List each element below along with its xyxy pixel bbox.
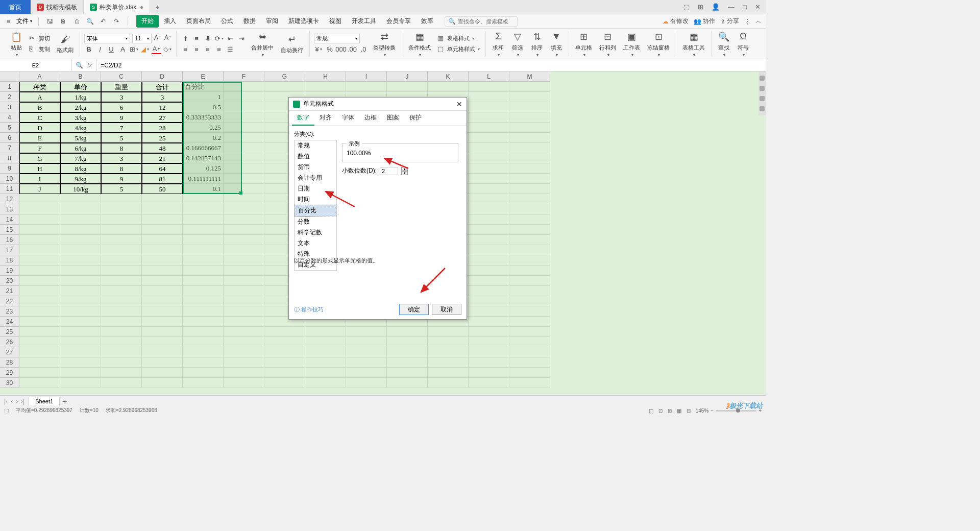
cell[interactable] [101,296,142,306]
fx-icon[interactable]: fx [87,62,92,69]
strike-icon[interactable]: A̶ [118,45,127,54]
category-item[interactable]: 常规 [295,140,336,151]
cell[interactable]: 12 [142,102,183,112]
cell[interactable]: F [19,143,60,153]
cell[interactable] [224,245,264,255]
cell[interactable]: B [19,102,60,112]
cell[interactable] [224,112,264,123]
find-button[interactable]: 🔍查找 [716,30,732,58]
dialog-close-button[interactable]: ✕ [456,100,462,108]
worksheet-button[interactable]: ▣工作表 [621,30,642,58]
cell[interactable] [183,286,224,296]
cell[interactable] [469,194,509,204]
cell[interactable]: 7/kg [60,153,101,163]
cell[interactable]: 3 [101,92,142,102]
cell[interactable] [509,123,550,133]
cell[interactable] [224,368,264,378]
cell[interactable] [224,255,264,266]
cell[interactable] [60,255,101,266]
cell[interactable] [60,266,101,276]
tab-pattern[interactable]: 图案 [382,111,404,126]
cell[interactable] [19,235,60,245]
row-header[interactable]: 2 [0,92,19,102]
col-header[interactable]: C [101,71,142,82]
cell-style-button[interactable]: ▢单元格样式 [436,44,481,54]
cell[interactable] [428,357,469,368]
row-header[interactable]: 1 [0,82,19,92]
category-item[interactable]: 科学记数 [295,227,336,238]
cell[interactable] [509,255,550,266]
cell[interactable] [224,133,264,143]
grow-font-icon[interactable]: A⁺ [154,34,162,42]
tab-efficiency[interactable]: 效率 [416,15,438,28]
cell[interactable] [264,347,305,357]
cell[interactable] [305,368,346,378]
row-header[interactable]: 4 [0,112,19,123]
command-search[interactable]: 🔍 [445,16,518,27]
row-header[interactable]: 12 [0,194,19,204]
tab-vip[interactable]: 会员专享 [381,15,416,28]
col-header[interactable]: K [428,71,469,82]
cell[interactable] [509,225,550,235]
tab-insert[interactable]: 插入 [159,15,181,28]
cell[interactable] [469,184,509,194]
cell[interactable] [509,143,550,153]
cell[interactable] [224,163,264,174]
cell[interactable] [224,123,264,133]
cell[interactable] [509,286,550,296]
cell[interactable] [428,378,469,388]
tab-number[interactable]: 数字 [292,111,314,126]
cell[interactable] [509,92,550,102]
name-box[interactable]: E2 [0,59,71,71]
row-header[interactable]: 28 [0,357,19,368]
cell[interactable] [346,357,387,368]
cell[interactable] [19,327,60,337]
cell[interactable] [264,82,305,92]
row-header[interactable]: 30 [0,378,19,388]
collapse-ribbon-icon[interactable]: ︿ [755,17,762,26]
cell[interactable] [305,327,346,337]
cell[interactable]: 8 [101,163,142,174]
view-icon[interactable]: ▦ [677,408,681,414]
cell[interactable] [305,82,346,92]
cell[interactable] [19,204,60,214]
cell[interactable] [264,357,305,368]
cell[interactable] [387,357,428,368]
cell[interactable] [224,92,264,102]
cell[interactable] [224,235,264,245]
cell[interactable] [60,225,101,235]
tab-formula[interactable]: 公式 [216,15,238,28]
cell[interactable] [183,378,224,388]
cell[interactable] [142,317,183,327]
cell[interactable] [469,143,509,153]
cell[interactable] [469,133,509,143]
table-style-button[interactable]: ▦表格样式 [436,34,481,43]
cell[interactable] [142,337,183,347]
cell[interactable]: 5/kg [60,133,101,143]
cell[interactable]: 种类 [19,82,60,92]
cell[interactable] [142,276,183,286]
cell[interactable] [101,317,142,327]
font-select[interactable]: 宋体▾ [84,34,130,43]
type-convert-button[interactable]: ⇄类型转换 [371,30,398,58]
cell[interactable] [509,214,550,225]
cell[interactable] [469,153,509,163]
cell[interactable]: E [19,133,60,143]
cell[interactable] [101,327,142,337]
align-left-icon[interactable]: ≡ [181,44,190,54]
cell[interactable] [509,153,550,163]
view-icon[interactable]: ◫ [649,408,653,414]
rowcol-button[interactable]: ⊟行和列 [597,30,618,58]
cell[interactable] [224,82,264,92]
cell[interactable]: 5 [101,133,142,143]
cell[interactable] [224,143,264,153]
cell[interactable] [142,214,183,225]
cell[interactable] [264,327,305,337]
cell[interactable] [428,82,469,92]
add-sheet-button[interactable]: + [63,397,67,405]
cell[interactable] [469,255,509,266]
cell[interactable] [509,347,550,357]
cell[interactable]: 0.1 [183,184,224,194]
shrink-font-icon[interactable]: A⁻ [164,34,172,42]
distributed-icon[interactable]: ☰ [226,44,235,54]
